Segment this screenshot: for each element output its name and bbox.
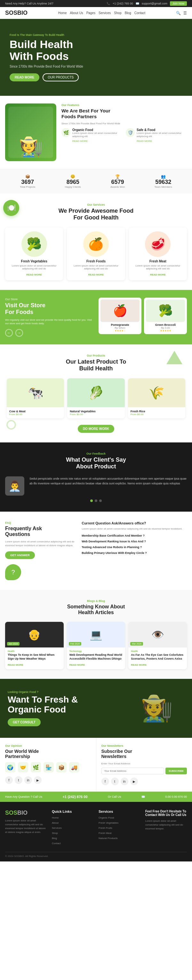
newsletter-social-2[interactable]: t [111, 778, 119, 785]
service-foods-link[interactable]: READ MORE [88, 273, 104, 276]
service-vegetables-desc: Lorem ipsum dolor sit amet consectetur a… [9, 264, 59, 270]
nav-about[interactable]: About Us [70, 11, 83, 15]
faq-item-3[interactable]: Testing Advanced Use Robots in Planning … [82, 546, 187, 549]
newsletter-social-4[interactable]: ▶ [130, 778, 138, 785]
footer-service-natural[interactable]: Natural Products [98, 837, 140, 840]
footer-service-meat[interactable]: Fresh Meat [98, 831, 140, 835]
newsletter-subscribe-button[interactable]: SUBSCRIBE [165, 768, 187, 774]
email-icon: ✉️ [136, 2, 139, 5]
article-3-title: As Far As The Eye Can See Colorlutes Sce… [131, 653, 184, 660]
hero-primary-button[interactable]: READ MORE [10, 73, 40, 81]
article-1-img: 👴 Jan 2024 [5, 622, 63, 648]
nav-pages[interactable]: Pages [86, 11, 95, 15]
top-bar-phone: +1 (242) 765 00 [113, 2, 133, 5]
dot-3[interactable] [99, 500, 102, 502]
newsletter-social-1[interactable]: f [102, 778, 109, 785]
contact-bar: Have Any Question ? Call Us +1 (242) 876… [0, 792, 192, 802]
store-images: 🍎 Pomegranate Rp When ★★★★☆ 🥦 Green Broc… [98, 298, 187, 334]
newsletter-email-input[interactable] [102, 768, 164, 774]
join-now-button[interactable]: Join Now [170, 1, 187, 6]
features-title: We Are Best For YourFoods Partners [62, 108, 187, 119]
footer-link-services[interactable]: Services [52, 826, 94, 830]
service-vegetables-title: Fresh Vegetables [9, 259, 59, 263]
footer-link-home[interactable]: Home [52, 816, 94, 820]
article-3-link[interactable]: READ MORE [131, 663, 146, 667]
store-prev-button[interactable]: ← [5, 329, 13, 337]
stat-clients-label: Happy Clients [65, 186, 81, 188]
stat-clients: 😊 8965 Happy Clients [65, 174, 81, 188]
social-twitter[interactable]: t [15, 776, 22, 784]
footer-service-organic[interactable]: Organic Food [98, 816, 140, 820]
stat-projects: 📦 3697 Total Projects [20, 174, 35, 188]
article-3-date: Mar 2024 [130, 642, 143, 646]
social-linkedin[interactable]: in [24, 776, 32, 784]
footer-service-vegetables[interactable]: Fresh Vegetables [98, 821, 140, 825]
service-vegetables-link[interactable]: READ MORE [26, 273, 42, 276]
faq-tag: FAQ [5, 521, 75, 525]
stat-team-label: Team Members [155, 186, 172, 188]
view-more-button[interactable]: DO MORE WORK [78, 425, 114, 433]
article-1: 👴 Jan 2024 Health Things To Keep In See … [5, 622, 63, 669]
triangle-decoration [167, 351, 182, 364]
product-vegetables-price: From $0.00 [70, 413, 122, 416]
service-foods-img: 🍊 [83, 231, 109, 257]
dot-1[interactable] [90, 500, 93, 502]
feature-safe: 🛡️ Safe & Food Lorem ipsum dolor sit ame… [126, 128, 187, 143]
store-section: Our Store Visit Our StoreFor Foods We re… [0, 290, 192, 344]
store-product-broccoli-price: Rp 0.00 [146, 326, 185, 329]
articles-grid: 👴 Jan 2024 Health Things To Keep In See … [5, 622, 187, 669]
contact-bar-phone: +1 (242) 876 00 [63, 795, 88, 799]
feature-safe-link[interactable]: READ MORE [136, 140, 152, 143]
organic-button[interactable]: GET CONSULT [8, 718, 41, 726]
nav-contact[interactable]: Contact [135, 11, 145, 15]
menu-icon[interactable]: ☰ [183, 11, 187, 15]
store-next-button[interactable]: → [15, 329, 23, 337]
faq-item-1[interactable]: Membership Base Certification And Member… [82, 534, 187, 537]
faq-item-2[interactable]: Web Development Ranking Issue Is Also An… [82, 540, 187, 543]
article-1-date: Jan 2024 [7, 642, 19, 646]
service-meat: 🥩 Fresh Meat Lorem ipsum dolor sit amet … [129, 228, 187, 280]
article-2-link[interactable]: READ MORE [70, 663, 85, 667]
footer-link-contact[interactable]: Contact [52, 842, 94, 845]
nav-home[interactable]: Home [58, 11, 67, 15]
stat-awards-num: 6579 [110, 179, 125, 186]
search-icon[interactable]: 🔍 [176, 11, 181, 15]
features-content: Our Features We Are Best For YourFoods P… [62, 103, 187, 143]
stat-team-icon: 👥 [155, 174, 172, 179]
article-2-title: Web Development Reading Real World Acces… [70, 653, 123, 660]
faq-q4: Building Primary Uterious With Employ Ci… [82, 551, 187, 555]
faq-q1: Membership Base Certification And Member… [82, 534, 187, 537]
nav-blog[interactable]: Blog [125, 11, 131, 15]
newsletter-social-3[interactable]: in [121, 778, 129, 785]
article-1-link[interactable]: READ MORE [8, 663, 23, 667]
footer-link-blog[interactable]: Blog [52, 837, 94, 840]
dot-2[interactable] [95, 500, 97, 502]
stats-section: 📦 3697 Total Projects 😊 8965 Happy Clien… [0, 169, 192, 194]
articles-section: Blogs & Blog Something Know AboutHealth … [0, 590, 192, 679]
social-youtube[interactable]: ▶ [34, 776, 41, 784]
nav-services[interactable]: Services [98, 11, 111, 15]
social-facebook[interactable]: f [5, 776, 13, 784]
faq-button[interactable]: GET ANSWER [5, 551, 35, 559]
footer-link-about[interactable]: About [52, 821, 94, 825]
organic-farmer-image: 🧑‍🌾 [122, 679, 192, 738]
service-meat-desc: Lorem ipsum dolor sit amet consectetur a… [133, 264, 183, 270]
stat-team: 👥 59632 Team Members [155, 174, 172, 188]
features-label: Our Features [62, 103, 187, 107]
features-image: 🧑‍🌾 [5, 103, 56, 161]
nav-shop[interactable]: Shop [114, 11, 121, 15]
footer-services-title: Services [98, 810, 140, 813]
store-content: Our Store Visit Our StoreFor Foods We re… [5, 298, 94, 337]
service-meat-link[interactable]: READ MORE [150, 273, 166, 276]
contact-bar-email: 0.00 0.00 876 00 [165, 795, 187, 799]
footer-link-shop[interactable]: Shop [52, 831, 94, 835]
store-product-pomegranate-title: Pomegranate [100, 323, 140, 326]
faq-item-4[interactable]: Building Primary Uterious With Employ Ci… [82, 551, 187, 555]
partner-icons: 🌍 🤝 🌿 🏪 📦 🚚 [5, 762, 91, 772]
top-bar-right: 📞 +1 (242) 765 00 ✉️ support@gmail.com J… [106, 1, 187, 6]
footer-service-fruits[interactable]: Fresh Fruits [98, 826, 140, 830]
feature-organic-link[interactable]: READ MORE [72, 140, 88, 143]
service-vegetables-img: 🥦 [21, 231, 47, 257]
hero-secondary-button[interactable]: OUR PRODUCTS [43, 73, 79, 81]
article-3-img: 👁️ Mar 2024 [129, 622, 187, 648]
